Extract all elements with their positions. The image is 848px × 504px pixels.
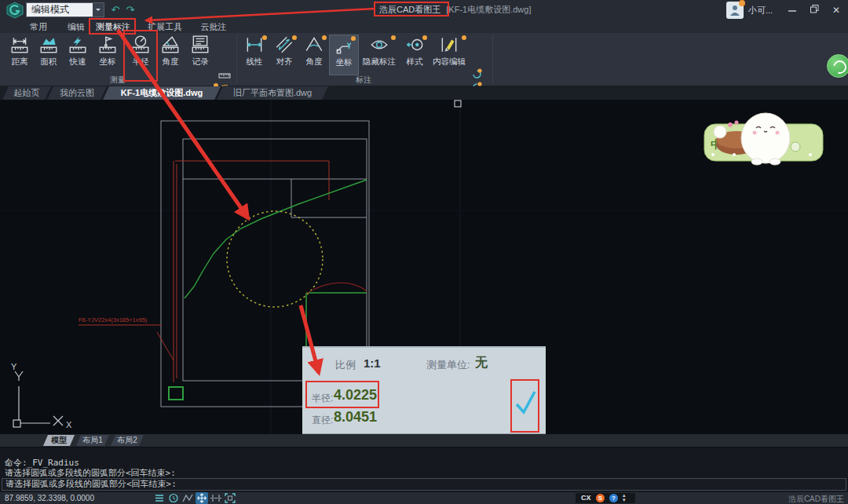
app-logo-icon [5,2,24,19]
unit-value: 无 [475,355,488,371]
measure-coord-button[interactable]: 坐标 [93,35,122,75]
diameter-value: 8.0451 [334,409,377,425]
measure-distance-button[interactable]: 距离 [5,35,35,75]
measure-area-button[interactable]: 面积 [34,35,64,75]
layout-tab-1[interactable]: 布局1 [76,435,109,446]
dim-linear-button[interactable]: 线性 [239,35,269,75]
ucs-icon [13,371,63,427]
sogou-ime-icon[interactable]: S [596,494,605,502]
group-separator [236,35,237,83]
ucs-y-label: Y [11,362,17,371]
scale-label: 比例 [335,358,356,372]
dim-hide-button[interactable]: 隐藏标注 [360,35,398,75]
tab-cloud-note[interactable]: 云批注 [195,20,232,33]
restore-icon[interactable] [807,3,821,17]
doctab-old-plant[interactable]: 旧厂平面布置图.dwg [217,86,328,100]
title-bar: 编辑模式 ↶ ↷ 浩辰CAD看图王 [KF-1电缆敷设图.dwg] 小可... … [0,0,848,20]
button-label: 对齐 [276,57,293,68]
vip-dot-icon [351,36,356,41]
doctab-start-page[interactable]: 起始页 [2,86,51,100]
vip-dot-icon [391,35,396,40]
edit-mode-select[interactable]: 编辑模式 [26,2,104,17]
vip-dot-icon [262,35,267,40]
measure-result-dialog: 比例 1:1 测量单位: 无 半径: 4.0225 直径: 8.0451 [302,346,546,434]
layout-tab-2[interactable]: 布局2 [111,435,144,446]
close-icon[interactable]: ✕ [829,3,843,17]
doctab-my-cloud[interactable]: 我的云图 [47,86,107,100]
measure-quick-button[interactable]: 快速 [63,35,93,75]
vip-dot-icon [322,35,327,40]
button-label: 距离 [12,57,28,68]
fullscreen-icon[interactable] [224,492,236,504]
layout-tab-model[interactable]: 模型 [43,435,75,446]
edit-mode-value: 编辑模式 [31,4,69,15]
button-label: 面积 [41,57,57,68]
check-icon [517,392,535,412]
dim-group-label: 标注 [324,75,403,86]
button-label: 坐标 [336,57,353,68]
app-window: 编辑模式 ↶ ↷ 浩辰CAD看图王 [KF-1电缆敷设图.dwg] 小可... … [0,0,848,504]
green-block [169,387,183,400]
doc-title-text: [KF-1电缆敷设图.dwg] [446,5,531,14]
measure-record-button[interactable]: 记录 [185,35,215,75]
tab-common[interactable]: 常用 [24,20,53,33]
command-window: 命令:_FV_Radius 请选择圆弧或多段线的圆弧部分<回车结束>: 请选择圆… [0,447,848,492]
button-label: 半径 [133,57,149,68]
diameter-label: 直径: [312,414,333,427]
dim-angle-button[interactable]: 角度 [299,35,329,75]
vip-dot-icon [292,35,297,40]
floating-assistant-badge[interactable] [827,54,848,78]
radius-label: 半径: [312,392,333,405]
user-name[interactable]: 小可... [748,5,773,16]
scale-value: 1:1 [364,356,381,370]
command-input[interactable]: 请选择圆弧或多段线的圆弧部分<回车结束>: [2,478,846,491]
minimize-icon[interactable] [785,3,799,17]
window-title: 浩辰CAD看图王 [KF-1电缆敷设图.dwg] [376,4,531,16]
combo-dropdown-icon[interactable] [93,3,104,16]
vip-dot-icon [462,35,466,40]
cursor-coordinates: 87.9859, 32.3398, 0.0000 [5,494,94,502]
pan-move-icon[interactable] [196,492,208,504]
ribbon-tab-row: 常用 编辑 测量标注 扩展工具 云批注 [0,20,848,33]
dim-style-button[interactable]: 样式 [400,35,429,75]
button-label: 线性 [247,57,263,68]
ribbon: 距离 面积 快速 坐标 半径 角度 记录 [0,33,848,86]
cable-label: F6-YJV22x4(3x185+1x95) [79,316,148,323]
ime-lang-label[interactable]: CX [581,494,591,502]
measure-radius-button[interactable]: 半径 [126,35,155,75]
command-history-line: 请选择圆弧或多段线的圆弧部分<回车结束>: [5,467,176,479]
tab-edit[interactable]: 编辑 [61,20,91,33]
status-bar: 87.9859, 32.3398, 0.0000 CX S ? ▴▾ 浩辰CAD… [0,492,848,504]
measure-mini-ruler-icon[interactable] [215,69,234,81]
redo-icon[interactable]: ↷ [124,4,137,16]
measure-group-label: 测量 [79,75,157,86]
radius-value: 4.0225 [334,387,377,404]
confirm-check-button[interactable] [513,385,538,418]
button-label: 记录 [192,57,209,68]
linewidth-icon[interactable] [210,492,222,504]
tab-ext-tools[interactable]: 扩展工具 [143,20,187,33]
ucs-x-label: X [66,420,72,429]
polyline-icon[interactable] [181,492,194,504]
lower-right-lines [306,283,367,346]
button-label: 内容编辑 [433,57,466,68]
history-clock-icon[interactable] [167,492,180,504]
brand-label: 浩辰CAD看图王 [788,494,844,504]
dim-side-icon-1[interactable] [471,68,484,80]
button-label: 坐标 [100,57,116,68]
tab-measure-dim[interactable]: 测量标注 [91,20,135,33]
document-tab-bar: 起始页 我的云图 KF-1电缆敷设图.dwg 旧厂平面布置图.dwg [0,86,848,100]
undo-icon[interactable]: ↶ [109,4,122,16]
dim-content-edit-button[interactable]: 内容编辑 [429,35,469,75]
ime-help-icon[interactable]: ? [609,494,618,502]
dim-aligned-button[interactable]: 对齐 [269,35,299,75]
dim-coord-button[interactable]: 坐标 [329,35,359,75]
measure-angle-button[interactable]: 角度 [155,35,185,75]
doctab-kf1-cable[interactable]: KF-1电缆敷设图.dwg [103,86,221,100]
button-label: 角度 [163,57,179,68]
unit-label: 测量单位: [426,358,470,372]
menu-icon[interactable] [153,492,166,504]
ime-toolbar: CX S ? ▴▾ [576,493,635,503]
button-label: 隐藏标注 [363,57,396,68]
ime-expand-icon[interactable]: ▴▾ [623,493,626,502]
